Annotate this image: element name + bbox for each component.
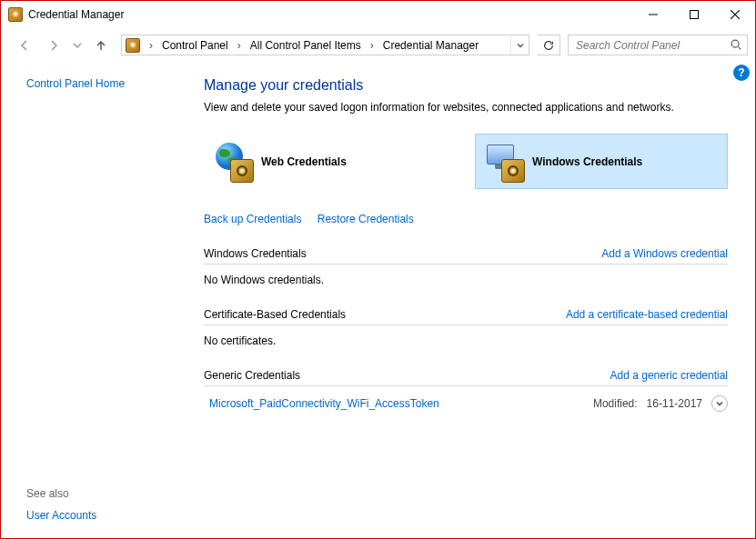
maximize-button[interactable] <box>673 2 714 28</box>
navbar: › Control Panel › All Control Panel Item… <box>1 28 755 61</box>
backup-credentials-link[interactable]: Back up Credentials <box>204 213 301 225</box>
section-title: Windows Credentials <box>204 247 307 260</box>
recent-dropdown[interactable] <box>70 33 85 58</box>
sidebar: Control Panel Home See also User Account… <box>1 61 187 538</box>
minimize-button[interactable] <box>632 2 673 28</box>
close-button[interactable] <box>714 2 755 28</box>
chevron-right-icon[interactable]: › <box>144 39 158 52</box>
breadcrumb[interactable]: › Control Panel › All Control Panel Item… <box>121 35 529 55</box>
add-windows-credential-link[interactable]: Add a Windows credential <box>601 247 728 260</box>
globe-safe-icon <box>214 143 252 181</box>
section-title: Generic Credentials <box>204 369 300 382</box>
add-certificate-credential-link[interactable]: Add a certificate-based credential <box>566 308 728 321</box>
chevron-right-icon[interactable]: › <box>365 39 379 52</box>
modified-label: Modified: <box>593 397 638 410</box>
back-button[interactable] <box>12 33 37 58</box>
modified-date: 16-11-2017 <box>647 397 702 410</box>
control-panel-home-link[interactable]: Control Panel Home <box>26 77 187 90</box>
windows-credentials-tile[interactable]: Windows Credentials <box>475 134 728 189</box>
search-box[interactable] <box>568 35 748 55</box>
help-icon[interactable]: ? <box>733 65 750 81</box>
expand-entry-button[interactable] <box>711 395 728 412</box>
search-icon[interactable] <box>730 38 742 54</box>
web-credentials-tile[interactable]: Web Credentials <box>204 134 457 189</box>
up-button[interactable] <box>88 33 114 58</box>
credential-manager-icon <box>8 7 23 22</box>
breadcrumb-item[interactable]: Control Panel <box>158 35 232 55</box>
credential-name[interactable]: Microsoft_PaidConnectivity_WiFi_AccessTo… <box>209 397 439 410</box>
chevron-right-icon[interactable]: › <box>232 39 247 52</box>
svg-rect-0 <box>690 11 698 19</box>
section-empty-text: No certificates. <box>204 331 728 349</box>
refresh-button[interactable] <box>537 35 560 55</box>
breadcrumb-item[interactable]: All Control Panel Items <box>247 35 365 55</box>
breadcrumb-history-dropdown[interactable] <box>510 35 529 55</box>
section-empty-text: No Windows credentials. <box>204 270 728 288</box>
svg-point-1 <box>731 40 739 47</box>
breadcrumb-item[interactable]: Credential Manager <box>379 35 482 55</box>
generic-credentials-section: Generic Credentials Add a generic creden… <box>204 369 728 414</box>
main-panel: ? Manage your credentials View and delet… <box>187 61 755 538</box>
add-generic-credential-link[interactable]: Add a generic credential <box>610 369 728 382</box>
user-accounts-link[interactable]: User Accounts <box>26 509 187 522</box>
credential-entry[interactable]: Microsoft_PaidConnectivity_WiFi_AccessTo… <box>204 392 728 414</box>
titlebar: Credential Manager <box>1 1 755 28</box>
page-description: View and delete your saved logon informa… <box>204 101 728 114</box>
windows-credentials-section: Windows Credentials Add a Windows creden… <box>204 247 728 288</box>
page-heading: Manage your credentials <box>204 77 728 94</box>
search-input[interactable] <box>574 38 741 53</box>
tile-label: Windows Credentials <box>532 155 642 168</box>
window-title: Credential Manager <box>28 8 124 21</box>
tile-label: Web Credentials <box>261 155 347 168</box>
forward-button[interactable] <box>41 33 66 58</box>
monitor-safe-icon <box>485 143 523 181</box>
see-also-label: See also <box>26 487 187 500</box>
section-title: Certificate-Based Credentials <box>204 308 346 321</box>
certificate-credentials-section: Certificate-Based Credentials Add a cert… <box>204 308 728 349</box>
credential-manager-icon <box>126 38 140 53</box>
restore-credentials-link[interactable]: Restore Credentials <box>318 213 414 225</box>
